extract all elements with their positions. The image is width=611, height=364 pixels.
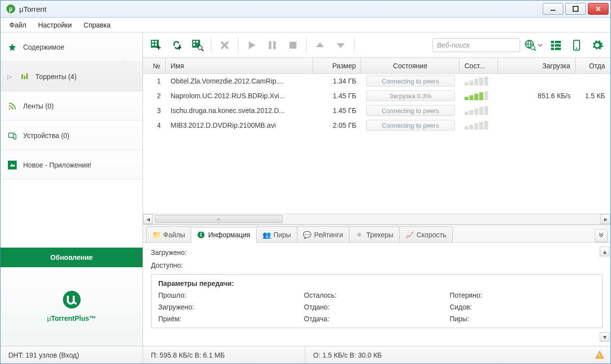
devices-icon [7,131,17,140]
column-upload[interactable]: Отда [576,58,610,73]
plus-promo[interactable]: µTorrentPlus™ [0,267,143,346]
cell-health [460,91,498,100]
sidebar-item-new-apps[interactable]: Новое - Приложения! [0,150,143,180]
svg-rect-26 [551,48,554,50]
update-button[interactable]: Обновление [0,248,143,267]
status-dht[interactable]: DHT: 191 узлов (Вход) [0,346,143,364]
scroll-track[interactable]: ≡ [153,215,601,223]
cell-name: MIB3.2012.D.DVDRip.2100MB.avi [166,121,313,129]
table-row[interactable]: 4MIB3.2012.D.DVDRip.2100MB.avi2.05 ГБCon… [143,118,611,133]
svg-rect-22 [551,41,554,43]
scroll-right-button[interactable]: ▸ [601,214,611,224]
chevron-down-icon [538,43,543,48]
cell-num: 1 [143,77,166,85]
info-remaining: Осталось: [304,291,449,299]
svg-rect-25 [555,44,561,47]
search-input[interactable]: Веб-поиск [433,38,520,52]
vertical-scrollbar[interactable]: ▴ ▾ [600,247,609,342]
ratings-icon: 💬 [303,231,311,239]
toolbar-separator [211,37,211,53]
menubar: Файл Настройки Справка [0,18,611,32]
collapse-pane-button[interactable] [595,229,608,242]
web-search-button[interactable] [524,39,543,52]
create-torrent-button[interactable] [188,36,207,54]
column-status[interactable]: Состояние [361,58,460,73]
sidebar-label-torrents: Торренты (4) [35,73,77,81]
window-controls [543,3,609,15]
cell-size: 1.45 ГБ [313,92,361,100]
speed-icon: 📈 [406,231,413,239]
cell-size: 1.34 ГБ [313,77,361,85]
minimize-button[interactable] [543,3,563,15]
scroll-down-button[interactable]: ▾ [600,332,610,342]
app-window: µ µTorrent Файл Настройки Справка Содерж… [0,0,611,364]
cell-name: Obitel.Zla.Vomezdie.2012.CamRip.... [166,77,313,85]
sidebar-item-content[interactable]: Содержимое [0,32,143,62]
tab-files[interactable]: 📁Файлы [146,226,191,242]
info-downloaded2: Загружено: [158,303,304,311]
torrent-table: № Имя Размер Состояние Сост... Загрузка … [143,58,611,224]
scroll-left-button[interactable]: ◂ [143,214,153,224]
menu-settings[interactable]: Настройки [32,18,78,32]
toolbar-separator [306,37,307,53]
scroll-up-button[interactable]: ▴ [600,247,610,256]
column-health[interactable]: Сост... [460,58,498,73]
plus-logo-text: µTorrentPlus™ [47,312,96,323]
maximize-button[interactable] [565,3,586,15]
statusbar: DHT: 191 узлов (Вход) П: 595.8 КБ/с В: 6… [0,346,611,364]
svg-rect-8 [152,41,154,43]
column-num[interactable]: № [143,58,166,73]
info-available: Доступно: [151,261,603,269]
sidebar-label-new-apps: Новое - Приложения! [23,161,91,169]
view-categories-button[interactable] [547,36,565,54]
column-size[interactable]: Размер [313,58,361,73]
tab-speed[interactable]: 📈Скорость [399,226,452,242]
add-torrent-button[interactable] [147,36,166,54]
scroll-thumb[interactable]: ≡ [155,215,283,223]
svg-rect-11 [155,44,157,46]
svg-rect-9 [155,41,157,43]
status-down[interactable]: П: 595.8 КБ/с В: 6.1 МБ [143,346,305,364]
pause-button[interactable] [263,36,282,54]
close-button[interactable] [588,3,609,15]
status-up[interactable]: О: 1.5 КБ/с В: 30.0 КБ [305,346,595,364]
horizontal-scrollbar[interactable]: ◂ ≡ ▸ [143,214,611,224]
trackers-icon: ✳ [355,231,363,239]
table-row[interactable]: 2Naprolom.UC.2012.RUS.BDRip.Xvi...1.45 Г… [143,88,611,103]
menu-file[interactable]: Файл [3,18,32,32]
cell-num: 2 [143,92,166,100]
caret-icon: ▷ [7,73,12,80]
tab-trackers[interactable]: ✳Трекеры [349,226,400,242]
sidebar-item-torrents[interactable]: ▷ Торренты (4) [0,62,143,91]
transfer-params-box: Параметры передачи: Прошло: Осталось: По… [151,274,603,328]
preferences-button[interactable] [588,36,607,54]
stop-button[interactable] [284,36,302,54]
sidebar-item-devices[interactable]: Устройства (0) [0,121,143,150]
sidebar-item-feeds[interactable]: Ленты (0) [0,91,143,121]
cell-health [460,106,498,115]
info-downloaded: Загружено: [151,249,603,256]
move-down-button[interactable] [331,36,350,54]
svg-rect-10 [152,44,154,46]
sidebar-spacer [0,180,143,248]
start-button[interactable] [242,36,261,54]
info-body: Загружено: Доступно: Параметры передачи:… [143,243,611,346]
column-download[interactable]: Загрузка [498,58,576,73]
main-area: Содержимое ▷ Торренты (4) Ленты (0) Устр… [0,32,611,346]
add-url-button[interactable] [168,36,186,54]
toolbar-separator [354,37,354,53]
warning-icon[interactable] [595,350,605,360]
cell-status: Connecting to peers [361,76,460,86]
column-name[interactable]: Имя [166,58,313,73]
remote-button[interactable] [567,36,586,54]
tab-ratings[interactable]: 💬Рейтинги [297,226,349,242]
info-seeds: Сидов: [450,303,595,311]
tab-peers[interactable]: 👥Пиры [256,226,297,242]
table-row[interactable]: 1Obitel.Zla.Vomezdie.2012.CamRip....1.34… [143,74,611,88]
search-placeholder: Веб-поиск [437,41,470,49]
table-row[interactable]: 3Ischu.druga.na.konec.sveta.2012.D...1.4… [143,103,611,118]
move-up-button[interactable] [311,36,329,54]
tab-info[interactable]: iИнформация [191,227,257,243]
remove-button[interactable] [215,36,234,54]
menu-help[interactable]: Справка [78,18,116,32]
